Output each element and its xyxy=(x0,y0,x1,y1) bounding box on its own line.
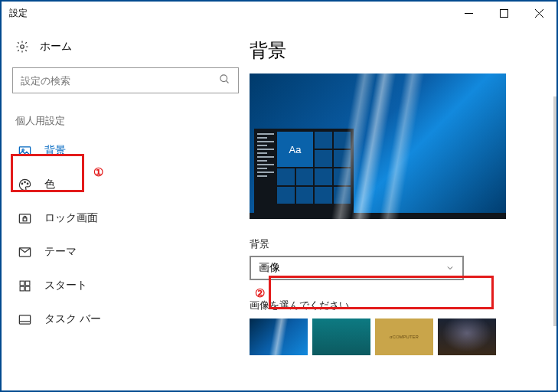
svg-rect-16 xyxy=(25,281,30,286)
sidebar: ホーム 個人用設定 背景 xyxy=(2,24,246,390)
thumbnail-1[interactable] xyxy=(250,318,308,355)
choose-image-label: 画像を選んでください xyxy=(250,299,544,312)
svg-rect-18 xyxy=(25,286,30,291)
palette-icon xyxy=(17,177,32,192)
thumbnail-3[interactable]: αCOMPUTER xyxy=(375,318,433,355)
page-title: 背景 xyxy=(246,38,544,63)
sidebar-item-label: スタート xyxy=(44,279,87,292)
background-dropdown[interactable]: 画像 xyxy=(250,256,464,280)
theme-icon xyxy=(17,244,32,260)
sidebar-item-label: テーマ xyxy=(44,245,77,259)
sidebar-item-label: 背景 xyxy=(44,144,66,158)
home-button[interactable]: ホーム xyxy=(12,35,239,67)
sidebar-item-start[interactable]: スタート xyxy=(12,269,239,302)
sidebar-item-themes[interactable]: テーマ xyxy=(12,235,239,269)
sidebar-item-taskbar[interactable]: タスク バー xyxy=(12,302,239,336)
sidebar-item-colors[interactable]: 色 xyxy=(12,168,239,201)
scrollbar[interactable] xyxy=(553,96,556,326)
svg-point-4 xyxy=(21,45,24,49)
chevron-down-icon xyxy=(445,263,455,273)
maximize-button[interactable] xyxy=(486,2,521,24)
window-controls xyxy=(451,2,556,24)
svg-rect-17 xyxy=(20,286,24,291)
nav-list: 背景 色 ロック画面 xyxy=(12,134,239,336)
svg-point-5 xyxy=(220,75,227,82)
search-input[interactable] xyxy=(21,75,219,87)
search-icon xyxy=(219,74,230,87)
section-label: 個人用設定 xyxy=(12,115,239,128)
background-field-label: 背景 xyxy=(250,237,544,251)
preview-tile-aa: Aa xyxy=(277,132,313,167)
svg-point-9 xyxy=(21,183,23,185)
svg-point-10 xyxy=(24,181,25,183)
svg-rect-19 xyxy=(19,315,30,323)
thumbnail-4[interactable] xyxy=(438,318,496,355)
sidebar-item-label: タスク バー xyxy=(44,312,101,326)
svg-rect-15 xyxy=(20,281,24,286)
gear-icon xyxy=(15,40,29,54)
sidebar-item-label: 色 xyxy=(44,178,55,191)
sidebar-item-label: ロック画面 xyxy=(44,211,98,225)
taskbar-icon xyxy=(17,312,32,327)
home-label: ホーム xyxy=(40,40,72,54)
start-icon xyxy=(17,278,32,293)
dropdown-value: 画像 xyxy=(259,261,280,275)
lockscreen-icon xyxy=(17,211,32,226)
minimize-button[interactable] xyxy=(451,2,486,24)
picture-icon xyxy=(17,143,32,158)
svg-rect-12 xyxy=(19,214,30,222)
background-preview: Aa xyxy=(250,74,506,219)
svg-point-11 xyxy=(27,183,28,185)
main-content: 背景 Aa xyxy=(246,24,556,390)
sidebar-item-background[interactable]: 背景 xyxy=(12,134,239,168)
svg-line-6 xyxy=(226,80,228,83)
thumbnail-2[interactable] xyxy=(312,318,370,355)
svg-rect-13 xyxy=(23,217,27,220)
image-thumbnails: αCOMPUTER xyxy=(250,318,544,355)
search-box[interactable] xyxy=(12,67,239,93)
window-title: 設定 xyxy=(9,7,28,20)
titlebar: 設定 xyxy=(2,2,556,24)
svg-rect-1 xyxy=(500,9,507,17)
preview-start-panel: Aa xyxy=(254,129,354,213)
close-button[interactable] xyxy=(521,2,556,24)
sidebar-item-lockscreen[interactable]: ロック画面 xyxy=(12,201,239,235)
